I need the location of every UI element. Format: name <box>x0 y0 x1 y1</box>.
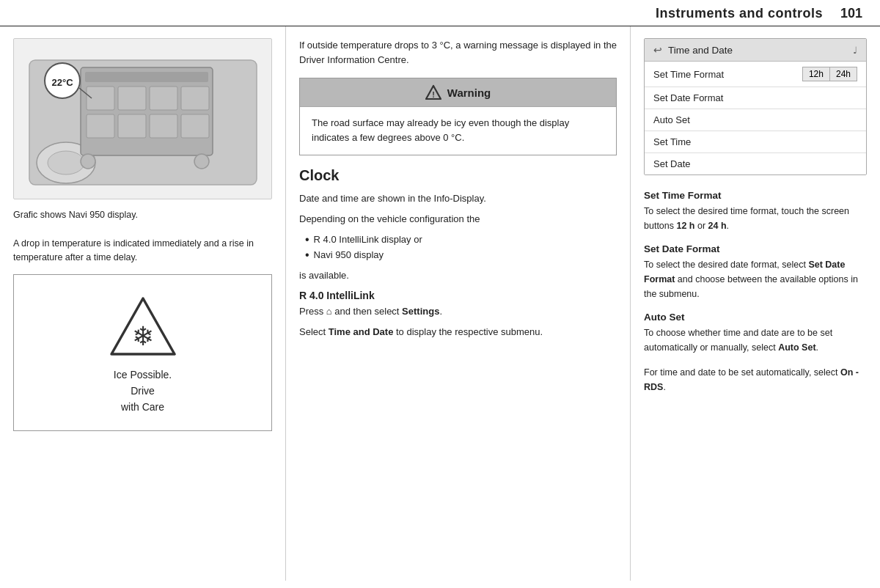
set-time-format-body: To select the desired time format, touch… <box>644 204 867 233</box>
auto-set-title: Auto Set <box>644 312 867 323</box>
auto-set-label: Auto Set <box>653 114 690 125</box>
panel-header-left: ↩ Time and Date <box>653 44 733 56</box>
column-3: ↩ Time and Date ♩ Set Time Format 12h 24… <box>631 26 880 581</box>
svg-point-2 <box>48 151 84 174</box>
car-display-image: 22°C <box>13 38 272 199</box>
set-date-label: Set Date <box>653 158 691 169</box>
set-date-format-desc: Set Date Format To select the desired da… <box>644 243 867 301</box>
warning-box: ! Warning The road surface may already b… <box>299 78 617 155</box>
auto-set-body: To choose whether time and date are to b… <box>644 326 867 355</box>
panel-row-set-date[interactable]: Set Date <box>645 153 866 174</box>
bullet-item-2: Navi 950 display <box>305 248 617 263</box>
intro-text: If outside temperature drops to 3 °C, a … <box>299 38 617 67</box>
svg-rect-5 <box>87 87 114 110</box>
panel-row-date-format[interactable]: Set Date Format <box>645 87 866 109</box>
set-date-format-body: To select the desired date format, selec… <box>644 257 867 301</box>
svg-point-14 <box>194 154 209 169</box>
panel-title: Time and Date <box>668 45 733 56</box>
ice-warning-box: ❄ Ice Possible. Drive with Care <box>13 274 272 431</box>
btn-12h[interactable]: 12h <box>802 67 829 81</box>
warning-triangle-icon: ! <box>425 84 441 100</box>
set-date-format-title: Set Date Format <box>644 243 867 254</box>
set-time-format-title: Set Time Format <box>644 190 867 201</box>
column-1: 22°C Grafic shows Navi 950 display. A dr… <box>0 26 286 581</box>
column-2: If outside temperature drops to 3 °C, a … <box>286 26 631 581</box>
r40-body-2: Select Time and Date to display the resp… <box>299 325 617 339</box>
page-number: 101 <box>840 6 862 21</box>
ice-warning-text: Ice Possible. Drive with Care <box>114 367 172 416</box>
svg-rect-10 <box>118 114 146 138</box>
svg-rect-8 <box>181 87 209 110</box>
auto-set-rds-desc: For time and date to be set automaticall… <box>644 365 867 394</box>
available-text: is available. <box>299 268 617 283</box>
auto-set-rds-body: For time and date to be set automaticall… <box>644 365 867 394</box>
main-content: 22°C Grafic shows Navi 950 display. A dr… <box>0 26 880 581</box>
time-date-panel: ↩ Time and Date ♩ Set Time Format 12h 24… <box>644 38 867 175</box>
time-format-buttons: 12h 24h <box>802 67 857 81</box>
svg-rect-12 <box>181 114 209 138</box>
display-options-list: R 4.0 IntelliLink display or Navi 950 di… <box>305 232 617 263</box>
btn-24h[interactable]: 24h <box>829 67 857 81</box>
bullet-item-1: R 4.0 IntelliLink display or <box>305 232 617 248</box>
clock-section-title: Clock <box>299 167 617 184</box>
back-icon: ↩ <box>653 44 662 56</box>
svg-rect-6 <box>118 87 146 110</box>
svg-point-13 <box>81 154 95 169</box>
set-time-label: Set Time <box>653 136 691 147</box>
caption-1: Grafic shows Navi 950 display. A drop in… <box>13 208 272 265</box>
panel-row-auto-set[interactable]: Auto Set <box>645 109 866 131</box>
panel-row-set-time[interactable]: Set Time <box>645 131 866 153</box>
svg-rect-9 <box>87 114 114 138</box>
ice-warning-icon: ❄ <box>110 295 176 358</box>
warning-body: The road surface may already be icy even… <box>300 106 616 154</box>
panel-row-time-format: Set Time Format 12h 24h <box>645 62 866 87</box>
svg-rect-4 <box>85 72 208 82</box>
warning-header: ! Warning <box>300 78 616 106</box>
time-format-label: Set Time Format <box>653 69 724 80</box>
clock-body-1: Date and time are shown in the Info-Disp… <box>299 191 617 206</box>
console-svg: 22°C <box>22 45 264 192</box>
page-header: Instruments and controls 101 <box>0 0 880 26</box>
svg-rect-7 <box>150 87 177 110</box>
auto-set-desc: Auto Set To choose whether time and date… <box>644 312 867 355</box>
r40-intellilink-title: R 4.0 IntelliLink <box>299 290 617 301</box>
warning-label: Warning <box>447 87 491 99</box>
clock-body-2: Depending on the vehicle configuration t… <box>299 212 617 227</box>
date-format-label: Set Date Format <box>653 92 723 103</box>
panel-header: ↩ Time and Date ♩ <box>645 39 866 62</box>
set-time-format-desc: Set Time Format To select the desired ti… <box>644 190 867 233</box>
page-title: Instruments and controls <box>656 6 823 21</box>
music-icon: ♩ <box>853 45 857 56</box>
svg-rect-11 <box>150 114 177 138</box>
svg-text:❄: ❄ <box>132 321 154 351</box>
r40-body-1: Press ⌂ and then select Settings. <box>299 304 617 319</box>
svg-text:22°C: 22°C <box>51 77 73 88</box>
svg-text:!: ! <box>432 90 435 99</box>
